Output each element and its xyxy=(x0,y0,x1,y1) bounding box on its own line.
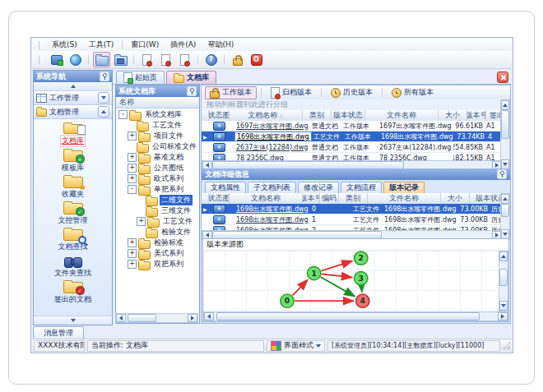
pin-icon[interactable] xyxy=(100,71,109,81)
doc-name-link[interactable]: 1698出水嘴零件图.dwg xyxy=(236,205,309,214)
tab-文档库[interactable]: 文档库 xyxy=(166,71,216,84)
menu-item-帮助[interactable]: 帮助(H) xyxy=(202,39,239,51)
pin-icon[interactable] xyxy=(187,86,197,96)
menu-item-工具[interactable]: 工具(T) xyxy=(83,39,120,51)
tab-message-management[interactable]: 消息管理 xyxy=(33,326,84,339)
toolbar-button-exit-icon[interactable]: O xyxy=(248,52,265,67)
tree-node-检验标准[interactable]: +检验标准 xyxy=(116,238,199,248)
version-node-0[interactable]: 0 xyxy=(281,294,294,307)
graph-vscrollbar[interactable] xyxy=(499,251,508,311)
ui-style-button[interactable]: 界面样式 xyxy=(267,340,325,352)
column-header-版本状态[interactable]: 版本状态 xyxy=(470,193,501,204)
toolbar-button-doc-edit-icon[interactable] xyxy=(157,52,174,67)
tree-hscrollbar[interactable] xyxy=(115,313,198,323)
table-row[interactable]: +2637主体(12284).dwg普通文档工作版本2637主体(12284).… xyxy=(202,142,501,153)
tree-node-检验文件[interactable]: 检验文件 xyxy=(116,227,199,238)
chevron-up-icon[interactable] xyxy=(98,106,109,118)
scroll-up-icon[interactable] xyxy=(499,251,508,261)
sidebar-item-签出的文档[interactable]: ✓签出的文档 xyxy=(36,279,110,305)
tree-node-工艺文件[interactable]: +工艺文件 xyxy=(116,216,199,227)
toolbar-button-screen-style-icon[interactable] xyxy=(48,52,65,67)
menu-item-插件[interactable]: 插件(A) xyxy=(165,39,202,51)
column-header-状态图[interactable]: 状态图 xyxy=(209,110,230,121)
group-by-bar[interactable]: 拖动列标题到此进行分组 xyxy=(202,99,506,111)
tree-node-系统文档库[interactable]: -系统文档库 xyxy=(116,109,199,120)
tree-node-公司标准文件[interactable]: 公司标准文件 xyxy=(116,141,199,152)
tree-node-工艺文件[interactable]: 工艺文件 xyxy=(116,120,199,131)
button-归档版本[interactable]: 归档版本 xyxy=(266,86,317,99)
tree-column-header[interactable]: 名称 xyxy=(116,97,199,108)
toolbar-button-help-icon[interactable]: ? xyxy=(202,52,220,67)
sidebar-scroll-down[interactable] xyxy=(34,316,112,325)
menu-item-系统[interactable]: 系统(S) xyxy=(46,39,83,51)
column-header-编码[interactable]: 编码 xyxy=(320,193,339,204)
toolbar-button-folder-computer-icon[interactable] xyxy=(112,52,129,67)
table-row[interactable]: ▶+1698出水嘴零件图.dwg工艺文件工作版本1698出水嘴零件图.dwg73… xyxy=(202,131,501,142)
detail-tab-版本记录[interactable]: 版本记录 xyxy=(383,182,425,193)
version-graph[interactable]: 01234 xyxy=(203,251,499,311)
column-header-类别[interactable]: 类别 xyxy=(339,193,368,204)
scroll-down-icon[interactable] xyxy=(499,301,508,311)
column-header-版本状态[interactable]: 版本状态 xyxy=(332,110,365,121)
graph-hscrollbar[interactable] xyxy=(203,311,508,321)
tree-node-双把系列[interactable]: +双把系列 xyxy=(116,259,199,270)
column-header-文件名称[interactable]: 文件名称 xyxy=(368,193,441,204)
scroll-up-icon[interactable] xyxy=(501,100,509,110)
expander-plus-icon[interactable]: + xyxy=(137,217,146,226)
column-header-类别[interactable]: 类别 xyxy=(303,110,332,121)
tree-node-项目文件[interactable]: +项目文件 xyxy=(116,131,199,141)
expander-minus-icon[interactable]: - xyxy=(128,185,137,194)
doc-name-link[interactable]: 1698出水嘴零件图.dwg xyxy=(236,215,309,224)
version-node-4[interactable]: 4 xyxy=(356,294,369,307)
doc-name-link[interactable]: 1698出水嘴零件图.dwg xyxy=(237,132,309,141)
expander-plus-icon[interactable]: + xyxy=(128,164,137,173)
column-header-文件名称[interactable]: 文件名称 xyxy=(365,110,439,121)
table-row[interactable]: +1697出水嘴零件图.dwg普通文档工作版本1697出水嘴零件图.dwg96.… xyxy=(202,121,501,131)
expander-plus-icon[interactable]: + xyxy=(128,174,137,183)
version-node-1[interactable]: 1 xyxy=(307,266,320,279)
detail-tab-子文档列表[interactable]: 子文档列表 xyxy=(248,182,296,193)
button-所有版本[interactable]: 所有版本 xyxy=(387,86,439,99)
column-header-版本号[interactable]: 版本号 xyxy=(467,110,486,121)
doc-name-link[interactable]: 1697出水嘴零件图.dwg xyxy=(236,122,309,131)
sidebar-item-文件夹查找[interactable]: 文件夹查找 xyxy=(36,252,110,279)
scroll-right-icon[interactable] xyxy=(188,314,197,322)
expander-plus-icon[interactable]: + xyxy=(128,131,137,141)
top-table-vscrollbar[interactable] xyxy=(500,99,510,170)
toolbar-button-doc-delete-icon[interactable] xyxy=(176,52,193,67)
bottom-table-vscrollbar[interactable] xyxy=(500,193,510,240)
sidebar-item-文档库[interactable]: 文档库 xyxy=(36,121,110,147)
close-icon[interactable] xyxy=(497,71,508,83)
sidebar-group-工作管理[interactable]: 工作管理 xyxy=(34,91,112,105)
column-header-签出状态[interactable]: 签出状态 xyxy=(486,110,501,121)
menu-item-窗口[interactable]: 窗口(W) xyxy=(125,39,165,51)
column-header-文档名称[interactable]: 文档名称△ xyxy=(230,110,303,121)
toolbar-button-folder-open-icon[interactable] xyxy=(93,52,110,67)
button-历史版本[interactable]: 历史版本 xyxy=(326,86,378,99)
tree-node-美式系列[interactable]: +美式系列 xyxy=(116,248,199,259)
sidebar-item-文档查找[interactable]: 文档查找 xyxy=(36,226,110,252)
toolbar-button-globe-icon[interactable] xyxy=(67,52,84,67)
tree-node-公共图纸[interactable]: +公共图纸 xyxy=(116,163,199,173)
pin-icon[interactable] xyxy=(497,169,507,179)
expander-plus-icon[interactable]: + xyxy=(128,260,137,269)
sidebar-item-模板库[interactable]: +模板库 xyxy=(36,147,110,173)
sidebar-group-文档管理[interactable]: 文档管理 xyxy=(34,105,112,119)
version-node-2[interactable]: 2 xyxy=(355,251,368,265)
table-row[interactable]: +78 2356C.dwg普通文档工作版本78 2356C.dwg182.15K… xyxy=(202,153,501,160)
table-row[interactable]: +1698出水嘴零件图.dwg1工艺文件1698出水嘴零件图.dwg73.00K… xyxy=(202,214,501,225)
detail-tab-文档属性[interactable]: 文档属性 xyxy=(205,182,246,193)
resize-grip[interactable] xyxy=(503,342,510,349)
column-header-状态图[interactable]: 状态图 xyxy=(209,193,230,204)
scroll-up-icon[interactable] xyxy=(501,194,509,204)
column-header-大小[interactable]: 大小 xyxy=(439,110,467,121)
tree-node-基准文档[interactable]: +基准文档 xyxy=(116,152,199,163)
sidebar-item-文控管理[interactable]: ✓文控管理 xyxy=(36,200,110,226)
detail-tab-修改记录[interactable]: 修改记录 xyxy=(298,182,339,193)
scroll-left-icon[interactable] xyxy=(116,314,126,322)
tree-node-二维文件[interactable]: 二维文件 xyxy=(116,195,199,205)
toolbar-button-doc-add-icon[interactable] xyxy=(138,52,155,67)
button-工作版本[interactable]: 工作版本 xyxy=(205,86,257,99)
column-header-版本号[interactable]: 版本号 xyxy=(303,193,320,204)
scroll-right-icon[interactable] xyxy=(498,312,508,321)
